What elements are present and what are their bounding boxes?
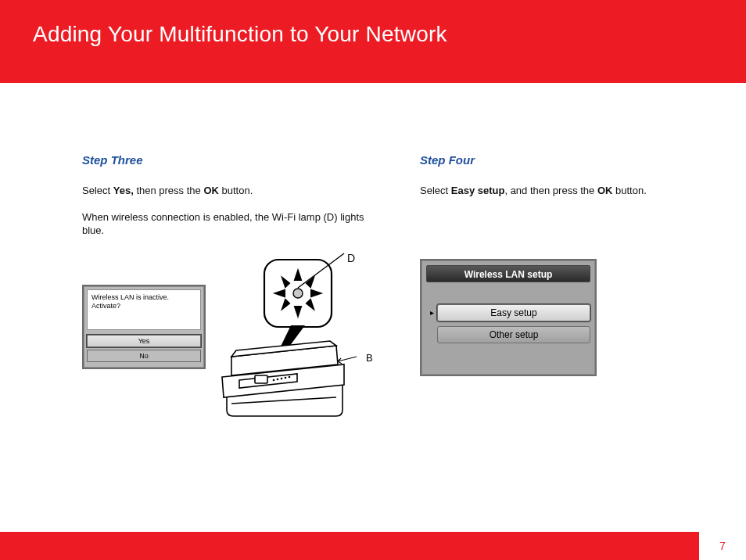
text: , and then press the <box>504 185 597 196</box>
wireless-setup-screenshot: Wireless LAN setup ▸ Easy setup Other se… <box>420 259 597 376</box>
text: then press the <box>134 185 204 196</box>
screen-row-other: Other setup <box>426 326 590 343</box>
selection-arrow-icon: ▸ <box>426 308 437 317</box>
step-four-title: Step Four <box>420 153 711 167</box>
footer: 7 <box>0 532 746 560</box>
step-three-title: Step Three <box>82 153 373 167</box>
text: Select <box>82 185 113 196</box>
text: button. <box>219 185 253 196</box>
other-setup-option: Other setup <box>437 326 590 343</box>
bold-text: OK <box>597 185 613 196</box>
callout-label-d: D <box>347 252 355 264</box>
dialog-yes-option: Yes <box>87 335 201 347</box>
screen-title: Wireless LAN setup <box>426 265 590 282</box>
svg-point-16 <box>281 378 283 380</box>
svg-point-14 <box>273 379 275 382</box>
page-number: 7 <box>699 532 746 560</box>
spacer <box>426 348 590 370</box>
activate-dialog-message: Wireless LAN is inactive. Activate? <box>87 289 201 330</box>
dialog-line2: Activate? <box>91 302 196 311</box>
easy-setup-option: Easy setup <box>437 304 590 321</box>
svg-rect-13 <box>255 375 267 383</box>
step-three-line1: Select Yes, then press the OK button. <box>82 184 373 198</box>
text: Select <box>420 185 451 196</box>
svg-point-18 <box>289 376 291 379</box>
step-four-line1: Select Easy setup, and then press the OK… <box>420 184 711 198</box>
bold-text: Easy setup <box>451 185 505 196</box>
svg-point-15 <box>277 379 279 381</box>
step-four-column: Step Four Select Easy setup, and then pr… <box>420 153 711 376</box>
svg-point-17 <box>285 377 287 379</box>
svg-point-1 <box>293 289 303 298</box>
step-three-body: Select Yes, then press the OK button. Wh… <box>82 184 373 238</box>
page-title: Adding Your Multifunction to Your Networ… <box>33 22 746 47</box>
bold-text: Yes, <box>113 185 134 196</box>
printer-illustration <box>219 247 383 435</box>
step-four-body: Select Easy setup, and then press the OK… <box>420 184 711 198</box>
activate-dialog-screenshot: Wireless LAN is inactive. Activate? Yes … <box>82 285 206 369</box>
dialog-no-option: No <box>87 350 201 362</box>
dialog-line1: Wireless LAN is inactive. <box>91 293 196 302</box>
header-band: Adding Your Multifunction to Your Networ… <box>0 0 746 83</box>
bold-text: OK <box>203 185 219 196</box>
text: button. <box>612 185 646 196</box>
screen-row-easy: ▸ Easy setup <box>426 304 590 321</box>
step-three-line2: When wireless connection is enabled, the… <box>82 210 373 238</box>
footer-accent <box>0 532 699 560</box>
callout-label-b: B <box>366 352 373 364</box>
